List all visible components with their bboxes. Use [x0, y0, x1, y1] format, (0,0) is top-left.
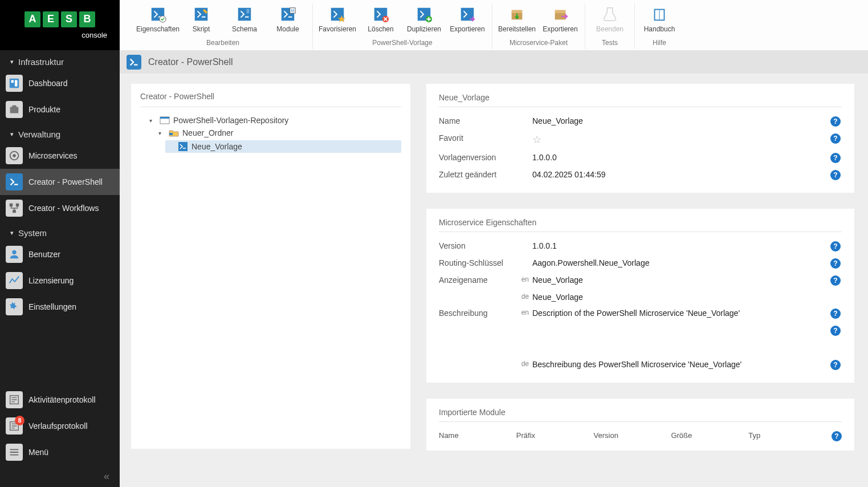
- nav-item-microservices[interactable]: Microservices: [0, 143, 120, 169]
- chevron-down-icon[interactable]: ▾: [158, 130, 165, 136]
- nav-item-label: Lizensierung: [28, 276, 74, 285]
- properties-icon: [149, 6, 166, 23]
- nav-section-label: Infrastruktur: [18, 57, 64, 67]
- svg-rect-2: [15, 80, 18, 87]
- nav-item-licensing[interactable]: Lizensierung: [0, 267, 120, 294]
- ribbon-btn-label: Favorisieren: [319, 25, 356, 33]
- nav-item-menu[interactable]: Menü: [0, 439, 120, 465]
- ribbon-btn-label: Beenden: [596, 25, 624, 33]
- deploy-icon: [508, 6, 525, 23]
- ribbon-btn-label: Module: [276, 25, 299, 33]
- prop-value-display-de: Neue_Vorlage: [532, 293, 829, 302]
- ribbon-btn-script[interactable]: Skript: [181, 3, 221, 35]
- ribbon-btn-favorite[interactable]: Favorisieren: [317, 3, 357, 35]
- lang-tag-de: de: [519, 293, 532, 301]
- chevron-down-icon: ▾: [10, 131, 14, 138]
- ribbon-btn-duplicate[interactable]: Duplizieren: [404, 3, 444, 35]
- script-icon: [193, 6, 210, 23]
- col-version: Version: [594, 431, 671, 441]
- help-icon[interactable]: ?: [830, 116, 841, 127]
- prop-label-ms-version: Version: [439, 241, 519, 250]
- svg-rect-35: [160, 117, 169, 119]
- help-icon[interactable]: ?: [830, 170, 841, 180]
- svg-rect-1: [11, 80, 14, 83]
- favorite-star-toggle[interactable]: ☆: [532, 134, 541, 145]
- ribbon-btn-label: Handbuch: [644, 25, 675, 33]
- ribbon-group-tests: Beenden Tests: [585, 3, 635, 49]
- nav-item-history-log[interactable]: 8 Verlaufsprotokoll: [0, 413, 120, 439]
- nav-section-infrastruktur[interactable]: ▾ Infrastruktur: [0, 50, 120, 70]
- nav-item-activity-log[interactable]: Aktivitätenprotokoll: [0, 387, 120, 413]
- sidebar-nav: ▾ Infrastruktur Dashboard Produkte ▾ Ver…: [0, 50, 120, 387]
- help-icon[interactable]: ?: [830, 360, 841, 370]
- nav-item-products[interactable]: Produkte: [0, 96, 120, 123]
- nav-section-system[interactable]: ▾ System: [0, 221, 120, 241]
- prop-label-favorite: Favorit: [439, 133, 519, 143]
- ribbon-group-label: Bearbeiten: [206, 39, 239, 49]
- svg-rect-29: [512, 10, 523, 14]
- ribbon-group-edit: Eigenschaften Skript {} Schema M Module …: [133, 3, 313, 49]
- ribbon-btn-properties[interactable]: Eigenschaften: [138, 3, 178, 35]
- logo-letter: B: [79, 11, 95, 27]
- ribbon-group-template: Favorisieren Löschen Duplizieren Exporti…: [313, 3, 492, 49]
- svg-rect-7: [10, 204, 13, 207]
- chevron-down-icon[interactable]: ▾: [149, 117, 156, 124]
- ribbon-btn-label: Exportieren: [450, 25, 484, 33]
- ribbon-btn-export-template[interactable]: Exportieren: [447, 3, 487, 35]
- ribbon-btn-manual[interactable]: Handbuch: [639, 3, 679, 35]
- help-icon[interactable]: ?: [832, 431, 842, 441]
- ribbon-btn-delete[interactable]: Löschen: [361, 3, 401, 35]
- ribbon-btn-label: Eigenschaften: [136, 25, 180, 33]
- svg-point-6: [13, 154, 16, 157]
- nav-item-dashboard[interactable]: Dashboard: [0, 70, 120, 96]
- svg-rect-31: [555, 10, 566, 14]
- help-icon[interactable]: ?: [830, 241, 841, 251]
- card-title: Microservice Eigenschaften: [439, 218, 842, 232]
- tree-node-label: PowerShell-Vorlagen-Repository: [173, 116, 288, 125]
- page-header: Creator - PowerShell: [120, 51, 868, 74]
- nav-section-verwaltung[interactable]: ▾ Verwaltung: [0, 123, 120, 143]
- svg-rect-0: [10, 79, 19, 88]
- chevron-down-icon: ▾: [10, 58, 14, 66]
- tree-node-repository[interactable]: ▾ PowerShell-Vorlagen-Repository: [149, 115, 401, 125]
- col-type: Typ: [748, 431, 826, 441]
- license-icon: [6, 272, 23, 289]
- help-icon[interactable]: ?: [830, 309, 841, 319]
- svg-rect-36: [169, 133, 173, 135]
- help-icon[interactable]: ?: [830, 133, 841, 144]
- nav-section-label: Verwaltung: [18, 129, 60, 139]
- nav-item-label: Creator - PowerShell: [28, 177, 103, 186]
- prop-value-desc-en: Description of the PowerShell Microservi…: [532, 309, 829, 318]
- nav-item-label: Produkte: [28, 105, 60, 114]
- ribbon-btn-deploy[interactable]: Bereitstellen: [497, 3, 537, 35]
- ribbon-btn-export-package[interactable]: Exportieren: [540, 3, 580, 35]
- nav-item-users[interactable]: Benutzer: [0, 241, 120, 267]
- tree-node-template[interactable]: Neue_Vorlage: [165, 140, 401, 153]
- svg-rect-9: [13, 210, 16, 213]
- help-icon[interactable]: ?: [830, 153, 841, 163]
- nav-section-label: System: [18, 228, 47, 238]
- lang-tag-en: en: [519, 275, 532, 283]
- user-icon: [6, 246, 23, 263]
- help-icon[interactable]: ?: [830, 258, 841, 269]
- ribbon-btn-label: Schema: [232, 25, 257, 33]
- sidebar-collapse-button[interactable]: «: [0, 465, 120, 487]
- ribbon-group-label: Microservice-Paket: [510, 39, 568, 49]
- tree-node-label: Neue_Vorlage: [191, 142, 242, 151]
- history-badge: 8: [15, 416, 25, 425]
- nav-item-settings[interactable]: Einstellungen: [0, 294, 120, 320]
- help-icon[interactable]: ?: [830, 326, 841, 336]
- template-icon: [178, 141, 188, 152]
- nav-item-creator-powershell[interactable]: Creator - PowerShell: [0, 169, 120, 195]
- tree-node-folder[interactable]: ▾ Neuer_Ordner: [158, 128, 401, 138]
- help-icon[interactable]: ?: [830, 275, 841, 286]
- template-tree: ▾ PowerShell-Vorlagen-Repository ▾ Neuer…: [140, 113, 401, 160]
- ribbon-btn-modules[interactable]: M Module: [268, 3, 308, 35]
- nav-item-creator-workflows[interactable]: Creator - Workflows: [0, 195, 120, 221]
- delete-icon: [372, 6, 389, 23]
- svg-rect-3: [10, 107, 19, 113]
- ribbon-btn-schema[interactable]: {} Schema: [225, 3, 264, 35]
- chevron-down-icon: ▾: [10, 229, 14, 237]
- ribbon-group-label: Hilfe: [653, 39, 666, 49]
- nav-item-label: Benutzer: [28, 250, 60, 259]
